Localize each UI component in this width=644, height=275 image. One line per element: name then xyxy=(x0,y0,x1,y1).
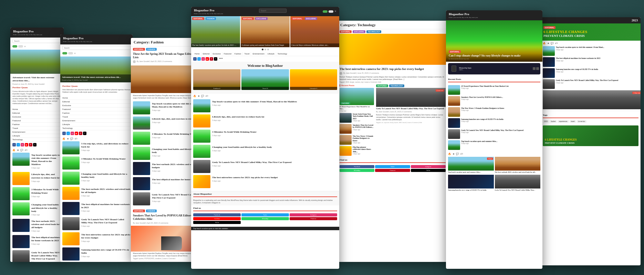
card2-post-7-days: 3 days ago xyxy=(81,240,131,242)
nav-lifestyle-2[interactable]: Lifestyle xyxy=(62,123,131,126)
grid-title-6-1: Top beach vacation spots and summer blis… xyxy=(448,171,494,173)
twitter-icon[interactable]: t xyxy=(17,143,20,146)
card2-post-2-info: 3 Mistakes To Avoid While Drinking Water… xyxy=(81,156,131,164)
card5-tags: Tagged: 2023, burger, camera, top | Leav… xyxy=(340,81,446,83)
find-wa-5[interactable]: WhatsApp xyxy=(340,169,374,172)
nav-editorial-4[interactable]: Editorial xyxy=(201,52,211,55)
card4-about-title: About Blogauthor xyxy=(193,193,337,197)
find-pt-5[interactable]: Pinterest xyxy=(375,169,410,172)
tag-travel[interactable]: travel xyxy=(570,120,576,123)
find-tt-5[interactable]: TikTok xyxy=(411,169,446,172)
rthumb-5-2 xyxy=(340,124,352,134)
pinterest-icon[interactable]: P xyxy=(29,143,32,146)
nav-fashion-1[interactable]: Fashion xyxy=(12,123,62,126)
tag-le-ree-bui[interactable]: Le ree bui xyxy=(577,120,586,123)
tt-icon-4[interactable]: T xyxy=(214,57,217,61)
card4-post-4: Changing your food habits and lifestyle … xyxy=(193,145,337,158)
find-facebook[interactable]: Facebook xyxy=(193,213,241,216)
nav-entertainment-4[interactable]: Entertainment xyxy=(251,52,266,55)
youtube-icon-2[interactable]: ▶ xyxy=(75,132,78,135)
facebook-icon[interactable]: f xyxy=(12,143,16,146)
nav-lifestyle-1[interactable]: Lifestyle xyxy=(12,134,62,138)
thumb-4-2 xyxy=(193,114,210,128)
toggle-2[interactable] xyxy=(18,45,23,48)
card1-search[interactable] xyxy=(12,39,62,43)
card2-post-8-title: Samsung launches new range of OLED TVs i… xyxy=(81,248,131,255)
nav-technology-4[interactable]: Technology xyxy=(276,52,289,55)
thumb-tech-1 xyxy=(12,219,30,232)
nav-featured-1[interactable]: Featured xyxy=(12,119,62,123)
tw-icon-4[interactable]: t xyxy=(197,57,201,61)
nav-home-4[interactable]: Home xyxy=(193,52,201,55)
nav-entertainment-2[interactable]: Entertainment xyxy=(62,119,131,123)
instagram-icon-2[interactable]: in xyxy=(71,132,74,135)
welcome-grid: Fashion 4 Travel 6 Lifestyle 6 xyxy=(193,69,337,90)
watch-btn-2[interactable] xyxy=(536,67,539,70)
find-instagram[interactable]: Instagram xyxy=(290,213,337,216)
nav-technology-1[interactable]: Technology xyxy=(12,138,62,142)
tag-exc-b2: EXCLUSIVE xyxy=(255,17,268,20)
find-tw-5[interactable]: Twitter xyxy=(375,165,410,168)
nav-entertainment-1[interactable]: Entertainment xyxy=(12,130,62,134)
pinterest-icon-2[interactable]: P xyxy=(79,132,82,135)
twitter-icon-2[interactable]: t xyxy=(66,132,70,135)
card2-search[interactable] xyxy=(62,46,131,50)
nav-technology-2[interactable]: Technology xyxy=(62,126,131,130)
nav-exclusive-4[interactable]: Exclusive xyxy=(211,52,222,55)
nav-lifestyle-4[interactable]: Lifestyle xyxy=(266,52,276,55)
toggle-4[interactable] xyxy=(68,52,73,54)
toggle-1[interactable] xyxy=(12,45,17,48)
nav-travel-2[interactable]: Travel xyxy=(62,115,131,119)
comment-icon-6: 💬 xyxy=(456,153,459,155)
thumb-3-7 xyxy=(133,192,150,205)
tag-experiences[interactable]: experiences xyxy=(558,120,569,123)
nav-home-1[interactable]: Home xyxy=(12,108,62,111)
nav-exclusive-2[interactable]: Exclusive xyxy=(62,104,131,108)
toggle-5[interactable] xyxy=(323,10,328,13)
nav-fashion-2[interactable]: Fashion xyxy=(62,111,131,115)
card2-post-4-days: 3 days ago xyxy=(81,195,131,197)
nav-featured-4[interactable]: Featured xyxy=(222,52,233,55)
tiktok-icon[interactable]: T xyxy=(33,143,37,146)
ig-icon-4[interactable]: in xyxy=(201,57,205,61)
find-youtube[interactable]: YouTube xyxy=(193,217,241,220)
find-twitter[interactable]: Twitter xyxy=(241,213,289,216)
rthumb-7-2 xyxy=(543,57,555,67)
watch-btn-1[interactable] xyxy=(533,67,536,70)
nav-featured-2[interactable]: Featured xyxy=(62,108,131,111)
card2-posts: 🔥 ★ 💬 🏷 5 On-trip tips, tricks, and dire… xyxy=(60,135,133,262)
card-blog-2: Blogauthor Pro Either you run the day or… xyxy=(60,34,133,262)
nav-travel-4[interactable]: Travel xyxy=(243,52,251,55)
nav-editorial-2[interactable]: Editorial xyxy=(62,100,131,104)
nav-exclusive-1[interactable]: Exclusive xyxy=(12,115,62,119)
find-pinterest[interactable]: Pinterest xyxy=(290,217,337,220)
fb-icon-4[interactable]: f xyxy=(193,57,197,61)
instagram-icon[interactable]: in xyxy=(21,143,24,146)
nav-fashion-4[interactable]: Fashion xyxy=(233,52,243,55)
find-ig-5[interactable]: Instagram xyxy=(411,165,446,168)
find-tiktok[interactable]: TikTok xyxy=(193,221,241,224)
card1-post-1-info: Top beach vacation spots to visit this s… xyxy=(31,153,62,170)
card7-post-1: Top beach vacation spots to visit this s… xyxy=(543,46,638,56)
find-fb-5[interactable]: Facebook xyxy=(340,165,374,168)
toggle-3[interactable] xyxy=(62,52,67,54)
card4-brand: Blogauthor Pro xyxy=(194,9,223,12)
tag-bucket[interactable]: bucket xyxy=(550,120,557,123)
facebook-icon-2[interactable]: f xyxy=(62,132,66,135)
youtube-icon[interactable]: ▶ xyxy=(25,143,28,146)
toggle-6[interactable] xyxy=(329,10,333,13)
nav-editorial-1[interactable]: Editorial xyxy=(12,111,62,115)
rthumb-6-1 xyxy=(448,85,460,95)
yt-icon-4[interactable]: ▶ xyxy=(206,57,209,61)
nav-home-2[interactable]: Home xyxy=(62,96,131,100)
nav-travel-1[interactable]: Travel xyxy=(12,126,62,130)
find-whatsapp[interactable]: WhatsApp xyxy=(241,217,289,220)
card4-search[interactable] xyxy=(259,9,287,13)
pt-icon-4[interactable]: P xyxy=(210,57,213,61)
card3-hero-meta: By Jane Goodell | April 25, 2023 | 0 com… xyxy=(137,60,172,62)
tiktok-icon-2[interactable]: T xyxy=(83,132,86,135)
card5-social-grid: Facebook Twitter Instagram WhatsApp Pint… xyxy=(340,165,446,172)
card5-recent: Recent Posts FEATURED 25 Travel Experien… xyxy=(340,84,374,157)
fire-icon-2: 🔥 xyxy=(62,138,65,140)
tag-2023[interactable]: 2023 xyxy=(543,120,549,123)
